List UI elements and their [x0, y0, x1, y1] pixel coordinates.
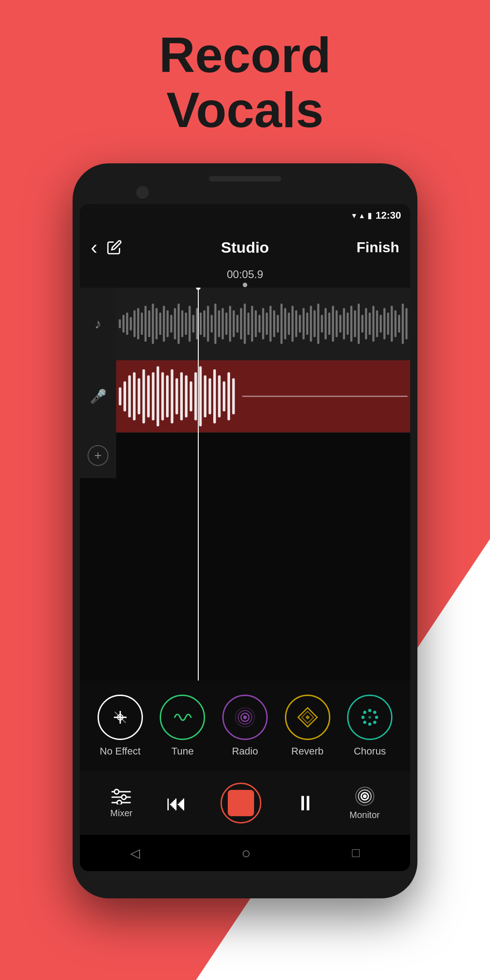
svg-rect-34 — [244, 304, 246, 344]
record-button[interactable] — [220, 783, 261, 823]
edit-button[interactable] — [107, 240, 122, 255]
svg-rect-80 — [123, 381, 126, 411]
effect-radio[interactable]: Radio — [222, 695, 268, 757]
svg-point-119 — [373, 721, 377, 724]
monitor-control[interactable]: Monitor — [349, 786, 380, 820]
skip-back-control[interactable]: ⏮ — [166, 791, 187, 815]
svg-rect-31 — [233, 310, 235, 338]
effect-no-effect[interactable]: No Effect — [98, 695, 143, 757]
svg-rect-99 — [213, 369, 216, 423]
svg-rect-30 — [229, 306, 231, 342]
chorus-circle[interactable] — [347, 695, 392, 740]
svg-rect-72 — [383, 308, 386, 339]
add-track-row: + — [80, 433, 410, 478]
add-track-button[interactable]: + — [88, 445, 108, 466]
wifi-icon: ▾ — [352, 211, 356, 220]
no-effect-circle[interactable] — [98, 695, 143, 740]
pause-control[interactable]: ⏸ — [295, 791, 316, 815]
effect-chorus[interactable]: Chorus — [347, 695, 392, 757]
finish-button[interactable]: Finish — [357, 239, 399, 256]
svg-rect-45 — [284, 308, 286, 339]
svg-rect-82 — [133, 372, 136, 421]
svg-rect-20 — [192, 315, 195, 333]
svg-rect-28 — [222, 308, 224, 339]
svg-rect-16 — [177, 304, 180, 344]
nav-recent-button[interactable]: □ — [352, 846, 360, 860]
svg-rect-81 — [128, 375, 131, 417]
svg-rect-23 — [203, 310, 206, 338]
svg-rect-2 — [126, 313, 128, 335]
svg-rect-70 — [376, 310, 378, 338]
svg-rect-46 — [288, 313, 290, 335]
svg-rect-95 — [194, 372, 197, 421]
svg-rect-73 — [387, 313, 389, 335]
tune-circle[interactable] — [160, 695, 205, 740]
effect-reverb[interactable]: Reverb — [285, 695, 330, 757]
svg-rect-0 — [119, 319, 121, 328]
svg-rect-98 — [209, 378, 211, 415]
music-note-icon: ♪ — [95, 316, 102, 332]
svg-rect-47 — [291, 306, 294, 342]
vocal-track-content[interactable] — [116, 360, 410, 432]
svg-point-121 — [363, 721, 367, 724]
reverb-circle[interactable] — [285, 695, 330, 740]
tune-label: Tune — [172, 745, 194, 757]
svg-rect-39 — [262, 308, 265, 339]
svg-rect-94 — [190, 381, 192, 411]
nav-home-button[interactable]: ○ — [241, 844, 251, 862]
svg-rect-43 — [277, 315, 279, 333]
svg-rect-66 — [361, 315, 363, 333]
svg-rect-44 — [280, 304, 283, 344]
status-bar: ▾ ▴ ▮ 12:30 — [80, 204, 410, 227]
svg-rect-22 — [200, 313, 202, 335]
svg-rect-18 — [185, 313, 187, 335]
svg-rect-79 — [119, 387, 122, 406]
svg-rect-92 — [180, 372, 183, 421]
effect-tune[interactable]: Tune — [160, 695, 205, 757]
svg-rect-89 — [166, 375, 169, 417]
svg-rect-60 — [339, 315, 342, 333]
svg-rect-96 — [199, 366, 202, 426]
svg-rect-65 — [358, 304, 360, 344]
svg-rect-93 — [185, 375, 188, 417]
svg-rect-17 — [181, 310, 183, 338]
radio-circle[interactable] — [222, 695, 268, 740]
effects-section: No Effect Tune — [80, 681, 410, 771]
svg-rect-55 — [321, 315, 323, 333]
svg-rect-78 — [406, 308, 408, 339]
signal-icon: ▴ — [360, 211, 364, 220]
svg-rect-102 — [227, 372, 230, 421]
svg-point-117 — [373, 711, 377, 714]
svg-rect-41 — [270, 306, 272, 342]
reverb-label: Reverb — [291, 745, 323, 757]
timer-bar: 00:05.9 — [80, 268, 410, 288]
svg-rect-25 — [211, 315, 213, 333]
svg-rect-59 — [336, 310, 338, 338]
mixer-control[interactable]: Mixer — [110, 788, 132, 818]
back-button[interactable]: ‹ — [91, 236, 98, 259]
battery-icon: ▮ — [368, 211, 372, 220]
svg-rect-4 — [133, 310, 136, 338]
vocal-track-row[interactable]: 🎤 — [80, 360, 410, 433]
plus-icon: + — [94, 448, 102, 463]
svg-rect-57 — [328, 313, 330, 335]
music-track-row[interactable]: ♪ — [80, 288, 410, 360]
svg-rect-14 — [170, 315, 172, 333]
svg-point-120 — [368, 723, 372, 726]
svg-rect-50 — [303, 308, 305, 339]
svg-rect-48 — [295, 310, 298, 338]
svg-rect-103 — [232, 378, 235, 415]
chorus-label: Chorus — [354, 745, 386, 757]
svg-rect-75 — [394, 310, 397, 338]
svg-rect-90 — [171, 369, 173, 423]
svg-rect-64 — [354, 310, 356, 338]
phone-device: ▾ ▴ ▮ 12:30 ‹ Studio Finish — [73, 163, 417, 898]
svg-point-116 — [368, 709, 372, 712]
svg-rect-32 — [236, 315, 239, 333]
phone-screen: ▾ ▴ ▮ 12:30 ‹ Studio Finish — [80, 204, 410, 871]
nav-back-button[interactable]: ◁ — [130, 846, 140, 861]
svg-rect-38 — [259, 315, 261, 333]
music-track-content[interactable] — [116, 288, 410, 360]
svg-rect-63 — [350, 306, 353, 342]
timer-display: 00:05.9 — [227, 268, 263, 281]
